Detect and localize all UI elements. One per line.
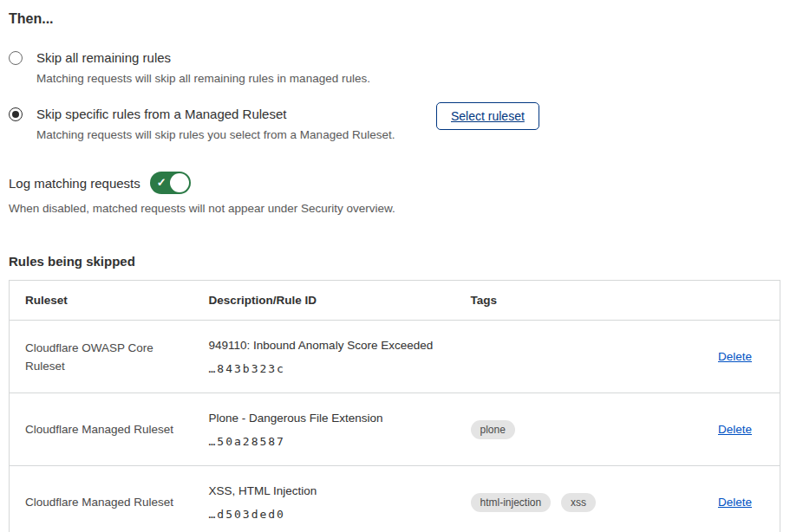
option-description: Matching requests will skip all remainin… bbox=[36, 71, 370, 87]
tag-badge: plone bbox=[471, 420, 515, 439]
rule-description: XSS, HTML Injection bbox=[209, 483, 440, 499]
table-header-row: Ruleset Description/Rule ID Tags bbox=[10, 281, 780, 321]
column-header-tags: Tags bbox=[455, 281, 663, 321]
ruleset-name: Cloudflare OWASP Core Ruleset bbox=[10, 321, 193, 393]
tags-cell: html-injection xss bbox=[455, 466, 663, 532]
table-row: Cloudflare Managed Ruleset Plone - Dange… bbox=[10, 393, 780, 466]
then-heading: Then... bbox=[9, 11, 781, 27]
log-matching-requests-label: Log matching requests bbox=[9, 176, 140, 191]
rules-being-skipped-heading: Rules being skipped bbox=[9, 254, 781, 269]
check-icon: ✓ bbox=[157, 177, 166, 188]
table-row: Cloudflare Managed Ruleset XSS, HTML Inj… bbox=[10, 466, 780, 532]
tag-badge: xss bbox=[561, 493, 596, 512]
waf-rule-action-panel: Then... Skip all remaining rules Matchin… bbox=[0, 0, 790, 532]
option-skip-all-rules[interactable]: Skip all remaining rules Matching reques… bbox=[9, 49, 781, 87]
tags-cell bbox=[455, 321, 663, 393]
radio-skip-specific-rules[interactable] bbox=[9, 107, 23, 121]
log-matching-requests-row: Log matching requests ✓ bbox=[9, 172, 781, 194]
rule-id: …50a28587 bbox=[209, 435, 440, 448]
log-toggle-description: When disabled, matched requests will not… bbox=[9, 202, 781, 215]
option-label: Skip all remaining rules bbox=[36, 49, 370, 67]
option-description: Matching requests will skip rules you se… bbox=[36, 127, 395, 143]
delete-link[interactable]: Delete bbox=[718, 496, 752, 509]
delete-link[interactable]: Delete bbox=[718, 423, 752, 436]
ruleset-name: Cloudflare Managed Ruleset bbox=[10, 393, 193, 466]
option-skip-specific-rules[interactable]: Skip specific rules from a Managed Rules… bbox=[9, 105, 781, 143]
option-label: Skip specific rules from a Managed Rules… bbox=[36, 105, 395, 123]
column-header-ruleset: Ruleset bbox=[10, 281, 193, 321]
column-header-description-rule-id: Description/Rule ID bbox=[193, 281, 455, 321]
log-matching-requests-toggle[interactable]: ✓ bbox=[150, 172, 191, 194]
table-row: Cloudflare OWASP Core Ruleset 949110: In… bbox=[10, 321, 780, 393]
rules-being-skipped-table: Ruleset Description/Rule ID Tags Cloudfl… bbox=[9, 280, 780, 532]
toggle-knob bbox=[170, 173, 189, 192]
delete-link[interactable]: Delete bbox=[718, 350, 752, 363]
rule-description: 949110: Inbound Anomaly Score Exceeded bbox=[209, 338, 440, 354]
tags-cell: plone bbox=[455, 393, 663, 466]
radio-skip-all-rules[interactable] bbox=[9, 51, 23, 65]
ruleset-name: Cloudflare Managed Ruleset bbox=[10, 466, 193, 532]
tag-badge: html-injection bbox=[471, 493, 552, 512]
column-header-actions bbox=[663, 281, 780, 321]
select-ruleset-button[interactable]: Select ruleset bbox=[436, 102, 539, 130]
rule-description: Plone - Dangerous File Extension bbox=[209, 411, 440, 426]
rule-id: …843b323c bbox=[209, 362, 440, 375]
rule-id: …d503ded0 bbox=[209, 508, 440, 521]
